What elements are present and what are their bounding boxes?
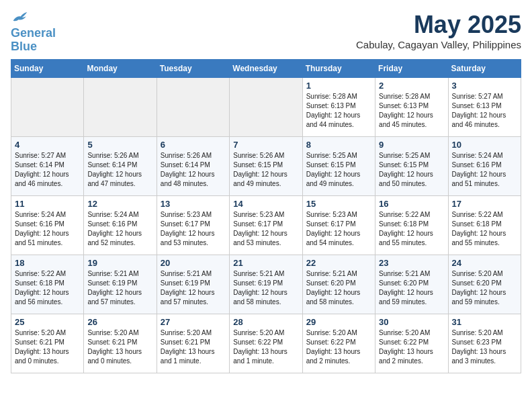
day-info: Sunrise: 5:28 AM Sunset: 6:13 PM Dayligh… — [379, 92, 444, 130]
calendar-cell — [11, 77, 84, 136]
calendar-cell: 8Sunrise: 5:25 AM Sunset: 6:15 PM Daylig… — [302, 136, 375, 195]
calendar-cell: 10Sunrise: 5:24 AM Sunset: 6:16 PM Dayli… — [448, 136, 521, 195]
calendar-table: SundayMondayTuesdayWednesdayThursdayFrid… — [11, 59, 521, 373]
day-number: 2 — [379, 81, 444, 91]
day-number: 27 — [161, 317, 226, 327]
day-info: Sunrise: 5:25 AM Sunset: 6:15 PM Dayligh… — [306, 151, 371, 189]
day-info: Sunrise: 5:20 AM Sunset: 6:22 PM Dayligh… — [306, 328, 371, 366]
day-info: Sunrise: 5:21 AM Sunset: 6:19 PM Dayligh… — [161, 269, 226, 307]
day-number: 19 — [87, 258, 152, 268]
logo-bird-icon — [12, 11, 28, 24]
day-info: Sunrise: 5:26 AM Sunset: 6:14 PM Dayligh… — [87, 151, 152, 189]
calendar-cell: 9Sunrise: 5:25 AM Sunset: 6:15 PM Daylig… — [375, 136, 448, 195]
day-number: 1 — [306, 81, 371, 91]
day-number: 8 — [306, 140, 371, 150]
day-info: Sunrise: 5:23 AM Sunset: 6:17 PM Dayligh… — [233, 210, 298, 248]
day-number: 12 — [87, 199, 152, 209]
day-info: Sunrise: 5:22 AM Sunset: 6:18 PM Dayligh… — [15, 269, 80, 307]
day-info: Sunrise: 5:25 AM Sunset: 6:15 PM Dayligh… — [379, 151, 444, 189]
calendar-cell — [157, 77, 229, 136]
day-info: Sunrise: 5:24 AM Sunset: 6:16 PM Dayligh… — [87, 210, 152, 248]
day-number: 6 — [161, 140, 226, 150]
day-number: 25 — [15, 317, 80, 327]
day-info: Sunrise: 5:21 AM Sunset: 6:20 PM Dayligh… — [306, 269, 371, 307]
day-number: 26 — [87, 317, 152, 327]
calendar-cell: 26Sunrise: 5:20 AM Sunset: 6:21 PM Dayli… — [84, 314, 157, 373]
day-info: Sunrise: 5:23 AM Sunset: 6:17 PM Dayligh… — [161, 210, 226, 248]
calendar-cell: 21Sunrise: 5:21 AM Sunset: 6:19 PM Dayli… — [230, 255, 302, 314]
calendar-cell: 15Sunrise: 5:23 AM Sunset: 6:17 PM Dayli… — [302, 195, 375, 255]
calendar-cell: 25Sunrise: 5:20 AM Sunset: 6:21 PM Dayli… — [11, 314, 84, 373]
day-number: 9 — [379, 140, 444, 150]
day-info: Sunrise: 5:20 AM Sunset: 6:20 PM Dayligh… — [452, 269, 517, 307]
title-block: May 2025 Cabulay, Cagayan Valley, Philip… — [356, 11, 521, 50]
calendar-cell: 23Sunrise: 5:21 AM Sunset: 6:20 PM Dayli… — [375, 255, 448, 314]
calendar-cell — [84, 77, 157, 136]
day-number: 16 — [379, 199, 444, 209]
calendar-cell: 30Sunrise: 5:20 AM Sunset: 6:22 PM Dayli… — [375, 314, 448, 373]
calendar-cell: 2Sunrise: 5:28 AM Sunset: 6:13 PM Daylig… — [375, 77, 448, 136]
location-subtitle: Cabulay, Cagayan Valley, Philippines — [356, 39, 521, 50]
calendar-cell: 11Sunrise: 5:24 AM Sunset: 6:16 PM Dayli… — [11, 195, 84, 255]
logo: General Blue — [11, 11, 56, 54]
day-info: Sunrise: 5:24 AM Sunset: 6:16 PM Dayligh… — [15, 210, 80, 248]
day-number: 13 — [161, 199, 226, 209]
calendar-week-row: 4Sunrise: 5:27 AM Sunset: 6:14 PM Daylig… — [11, 136, 521, 195]
calendar-week-row: 18Sunrise: 5:22 AM Sunset: 6:18 PM Dayli… — [11, 255, 521, 314]
calendar-cell: 24Sunrise: 5:20 AM Sunset: 6:20 PM Dayli… — [448, 255, 521, 314]
day-number: 24 — [452, 258, 517, 268]
day-info: Sunrise: 5:26 AM Sunset: 6:14 PM Dayligh… — [161, 151, 226, 189]
day-number: 30 — [379, 317, 444, 327]
day-info: Sunrise: 5:20 AM Sunset: 6:21 PM Dayligh… — [87, 328, 152, 366]
calendar-cell: 18Sunrise: 5:22 AM Sunset: 6:18 PM Dayli… — [11, 255, 84, 314]
day-info: Sunrise: 5:20 AM Sunset: 6:21 PM Dayligh… — [161, 328, 226, 366]
day-number: 11 — [15, 199, 80, 209]
column-header-tuesday: Tuesday — [157, 59, 229, 77]
day-info: Sunrise: 5:27 AM Sunset: 6:13 PM Dayligh… — [452, 92, 517, 130]
calendar-cell: 13Sunrise: 5:23 AM Sunset: 6:17 PM Dayli… — [157, 195, 229, 255]
calendar-cell: 29Sunrise: 5:20 AM Sunset: 6:22 PM Dayli… — [302, 314, 375, 373]
day-info: Sunrise: 5:22 AM Sunset: 6:18 PM Dayligh… — [452, 210, 517, 248]
calendar-cell: 19Sunrise: 5:21 AM Sunset: 6:19 PM Dayli… — [84, 255, 157, 314]
day-info: Sunrise: 5:20 AM Sunset: 6:22 PM Dayligh… — [233, 328, 298, 366]
day-info: Sunrise: 5:21 AM Sunset: 6:20 PM Dayligh… — [379, 269, 444, 307]
day-number: 31 — [452, 317, 517, 327]
day-number: 21 — [233, 258, 298, 268]
day-info: Sunrise: 5:20 AM Sunset: 6:23 PM Dayligh… — [452, 328, 517, 366]
day-number: 23 — [379, 258, 444, 268]
day-number: 28 — [233, 317, 298, 327]
calendar-week-row: 25Sunrise: 5:20 AM Sunset: 6:21 PM Dayli… — [11, 314, 521, 373]
calendar-cell: 3Sunrise: 5:27 AM Sunset: 6:13 PM Daylig… — [448, 77, 521, 136]
column-header-sunday: Sunday — [11, 59, 84, 77]
day-info: Sunrise: 5:20 AM Sunset: 6:22 PM Dayligh… — [379, 328, 444, 366]
calendar-cell: 14Sunrise: 5:23 AM Sunset: 6:17 PM Dayli… — [230, 195, 302, 255]
column-header-wednesday: Wednesday — [230, 59, 302, 77]
day-number: 20 — [161, 258, 226, 268]
day-number: 5 — [87, 140, 152, 150]
calendar-cell: 16Sunrise: 5:22 AM Sunset: 6:18 PM Dayli… — [375, 195, 448, 255]
column-header-saturday: Saturday — [448, 59, 521, 77]
calendar-cell: 7Sunrise: 5:26 AM Sunset: 6:15 PM Daylig… — [230, 136, 302, 195]
calendar-cell: 5Sunrise: 5:26 AM Sunset: 6:14 PM Daylig… — [84, 136, 157, 195]
day-info: Sunrise: 5:27 AM Sunset: 6:14 PM Dayligh… — [15, 151, 80, 189]
calendar-cell: 6Sunrise: 5:26 AM Sunset: 6:14 PM Daylig… — [157, 136, 229, 195]
day-number: 29 — [306, 317, 371, 327]
day-info: Sunrise: 5:24 AM Sunset: 6:16 PM Dayligh… — [452, 151, 517, 189]
day-info: Sunrise: 5:23 AM Sunset: 6:17 PM Dayligh… — [306, 210, 371, 248]
calendar-cell: 20Sunrise: 5:21 AM Sunset: 6:19 PM Dayli… — [157, 255, 229, 314]
column-header-friday: Friday — [375, 59, 448, 77]
calendar-cell: 28Sunrise: 5:20 AM Sunset: 6:22 PM Dayli… — [230, 314, 302, 373]
calendar-week-row: 1Sunrise: 5:28 AM Sunset: 6:13 PM Daylig… — [11, 77, 521, 136]
column-header-monday: Monday — [84, 59, 157, 77]
day-number: 10 — [452, 140, 517, 150]
day-number: 18 — [15, 258, 80, 268]
day-number: 17 — [452, 199, 517, 209]
day-number: 22 — [306, 258, 371, 268]
calendar-header-row: SundayMondayTuesdayWednesdayThursdayFrid… — [11, 59, 521, 77]
day-number: 15 — [306, 199, 371, 209]
calendar-cell: 27Sunrise: 5:20 AM Sunset: 6:21 PM Dayli… — [157, 314, 229, 373]
calendar-cell — [230, 77, 302, 136]
day-info: Sunrise: 5:21 AM Sunset: 6:19 PM Dayligh… — [87, 269, 152, 307]
calendar-cell: 17Sunrise: 5:22 AM Sunset: 6:18 PM Dayli… — [448, 195, 521, 255]
day-info: Sunrise: 5:26 AM Sunset: 6:15 PM Dayligh… — [233, 151, 298, 189]
